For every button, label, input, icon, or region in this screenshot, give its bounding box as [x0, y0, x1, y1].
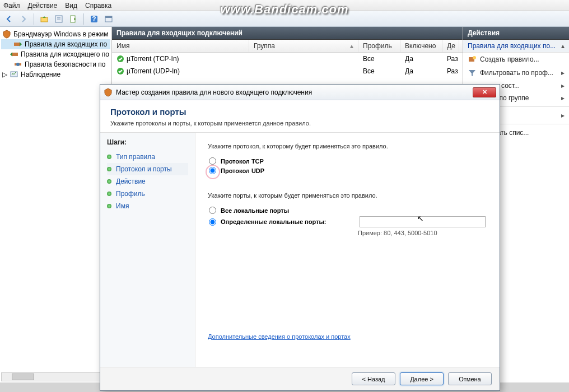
tree-root[interactable]: Брандмауэр Windows в режим — [1, 29, 110, 39]
radio-all-ports[interactable] — [209, 207, 216, 214]
monitoring-icon — [10, 70, 18, 79]
actions-header: Действия — [463, 27, 569, 40]
more-info-link[interactable]: Дополнительные сведения о протоколах и п… — [208, 333, 351, 340]
protocol-question: Укажите протокол, к которому будет приме… — [208, 143, 487, 150]
svg-rect-8 — [105, 16, 112, 18]
rule-action: Раз — [442, 54, 459, 64]
action-label: Создать правило... — [480, 55, 539, 63]
step-protocol-ports[interactable]: Протокол и порты — [107, 163, 188, 175]
steps-label: Шаги: — [107, 138, 188, 146]
radio-udp-label: Протокол UDP — [221, 167, 264, 174]
wizard-subtitle: Укажите протоколы и порты, к которым при… — [110, 120, 489, 127]
firewall-icon — [104, 88, 113, 97]
wizard-steps: Шаги: Тип правила Протокол и порты Дейст… — [100, 133, 195, 367]
radio-specific-ports-row[interactable]: Определенные локальные порты: — [209, 216, 487, 227]
col-name[interactable]: Имя — [112, 40, 249, 52]
action-filter-profile[interactable]: Фильтровать по проф... ▸ — [463, 66, 569, 80]
rule-group — [249, 66, 358, 76]
radio-all-ports-row[interactable]: Все локальные порты — [209, 207, 487, 214]
tree-outbound[interactable]: Правила для исходящего по — [1, 49, 110, 59]
action-label: Фильтровать по проф... — [480, 69, 553, 77]
cancel-button[interactable]: Отмена — [448, 372, 492, 385]
tree-security[interactable]: Правила безопасности по — [1, 59, 110, 69]
ports-input[interactable] — [360, 216, 486, 227]
export-button[interactable] — [67, 13, 80, 25]
table-row[interactable]: µTorrent (TCP-In) Все Да Раз — [112, 53, 463, 65]
nav-forward-button[interactable] — [17, 13, 30, 25]
radio-specific-ports-label: Определенные локальные порты: — [221, 218, 355, 225]
rule-name: µTorrent (TCP-In) — [127, 55, 179, 63]
rule-enabled: Да — [400, 54, 442, 64]
folder-up-button[interactable] — [38, 13, 51, 25]
close-button[interactable]: ✕ — [473, 87, 496, 97]
wizard-footer: < Назад Далее > Отмена — [100, 367, 500, 390]
tree-monitoring-label: Наблюдение — [21, 71, 60, 78]
tree-outbound-label: Правила для исходящего по — [21, 50, 109, 58]
col-action[interactable]: Де — [442, 40, 459, 52]
wizard-heading: Протокол и порты — [110, 107, 489, 116]
nav-back-button[interactable] — [2, 13, 16, 25]
firewall-icon — [2, 30, 11, 39]
allow-icon — [116, 67, 124, 75]
menu-bar: Файл Действие Вид Справка — [0, 0, 569, 11]
ports-example: Пример: 80, 443, 5000-5010 — [358, 230, 487, 236]
radio-tcp[interactable] — [209, 157, 216, 165]
col-group[interactable]: Группа ▴ — [249, 40, 358, 52]
tree-h-scrollbar[interactable] — [1, 372, 110, 381]
inbound-rules-icon — [13, 40, 22, 49]
actions-group-title[interactable]: Правила для входящих по...▴ — [463, 40, 569, 53]
svg-point-12 — [16, 63, 20, 66]
menu-view[interactable]: Вид — [65, 2, 77, 10]
rule-profile: Все — [358, 54, 400, 64]
radio-all-ports-label: Все локальные порты — [221, 207, 289, 214]
new-rule-wizard: Мастер создания правила для нового входя… — [100, 84, 500, 391]
tree-security-label: Правила безопасности по — [25, 60, 105, 68]
tree-root-label: Брандмауэр Windows в режим — [13, 30, 109, 38]
outbound-rules-icon — [10, 50, 18, 59]
tree-inbound-label: Правила для входящих по — [25, 40, 107, 48]
radio-tcp-label: Протокол TCP — [221, 158, 264, 165]
rule-name: µTorrent (UDP-In) — [127, 67, 180, 75]
radio-tcp-row[interactable]: Протокол TCP — [209, 157, 487, 165]
tree-inbound[interactable]: Правила для входящих по — [1, 39, 110, 49]
tree-monitoring[interactable]: ▷ Наблюдение — [1, 69, 110, 80]
menu-file[interactable]: Файл — [3, 2, 20, 10]
window-button[interactable] — [102, 13, 115, 25]
rules-list-title: Правила для входящих подключений — [112, 27, 463, 40]
wizard-titlebar[interactable]: Мастер создания правила для нового входя… — [100, 85, 500, 100]
radio-specific-ports[interactable] — [209, 218, 216, 226]
grid-header: Имя Группа ▴ Профиль Включено Де — [112, 40, 463, 53]
tree-pane: Брандмауэр Windows в режим Правила для в… — [0, 27, 112, 382]
col-enabled[interactable]: Включено — [400, 40, 442, 52]
ports-question: Укажите порты, к которым будет применять… — [208, 192, 487, 199]
svg-rect-9 — [14, 43, 20, 46]
rule-profile: Все — [358, 66, 400, 76]
step-rule-type[interactable]: Тип правила — [107, 151, 188, 163]
wizard-header: Протокол и порты Укажите протоколы и пор… — [100, 100, 500, 133]
step-action[interactable]: Действие — [107, 175, 188, 188]
svg-text:?: ? — [92, 15, 96, 23]
menu-help[interactable]: Справка — [85, 2, 111, 10]
rule-group — [249, 54, 358, 64]
wizard-content: Укажите протокол, к которому будет приме… — [195, 133, 500, 367]
security-rules-icon — [13, 60, 22, 69]
table-row[interactable]: µTorrent (UDP-In) Все Да Раз — [112, 65, 463, 77]
help-button[interactable]: ? — [87, 13, 101, 25]
rule-enabled: Да — [400, 66, 442, 76]
svg-rect-10 — [12, 53, 18, 56]
properties-button[interactable] — [52, 13, 66, 25]
radio-udp-row[interactable]: Протокол UDP — [209, 167, 487, 174]
radio-udp[interactable] — [209, 167, 216, 174]
action-new-rule[interactable]: Создать правило... — [463, 53, 569, 66]
back-button[interactable]: < Назад — [352, 372, 395, 385]
step-profile[interactable]: Профиль — [107, 188, 188, 200]
wizard-title-text: Мастер создания правила для нового входя… — [116, 88, 312, 96]
col-profile[interactable]: Профиль — [358, 40, 400, 52]
svg-point-17 — [473, 56, 476, 59]
step-name[interactable]: Имя — [107, 200, 188, 212]
toolbar: ? — [0, 11, 569, 27]
filter-icon — [468, 68, 477, 77]
rule-action: Раз — [442, 66, 459, 76]
next-button[interactable]: Далее > — [400, 372, 444, 385]
menu-action[interactable]: Действие — [28, 2, 58, 10]
